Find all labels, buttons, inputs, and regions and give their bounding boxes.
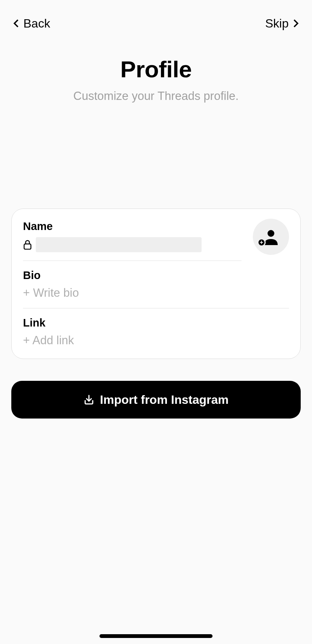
link-field[interactable]: Link + Add link [23, 308, 289, 347]
profile-card: Name Bio + Write bio Link + Add link [11, 209, 301, 359]
link-label: Link [23, 317, 289, 329]
import-label: Import from Instagram [100, 393, 228, 407]
page-subtitle: Customize your Threads profile. [0, 89, 312, 103]
chevron-right-icon [290, 18, 301, 29]
name-label: Name [23, 220, 289, 233]
name-field[interactable]: Name [23, 220, 289, 261]
bio-field[interactable]: Bio + Write bio [23, 261, 289, 308]
import-instagram-button[interactable]: Import from Instagram [11, 381, 301, 419]
bio-placeholder: + Write bio [23, 286, 289, 300]
bio-label: Bio [23, 269, 289, 282]
import-icon [83, 394, 95, 405]
skip-button[interactable]: Skip [265, 17, 301, 31]
svg-rect-0 [24, 244, 31, 249]
name-value-redacted [36, 237, 202, 252]
back-button[interactable]: Back [11, 17, 50, 31]
skip-label: Skip [265, 17, 289, 31]
avatar-button[interactable] [253, 219, 289, 255]
page-title: Profile [0, 56, 312, 83]
back-label: Back [23, 17, 50, 31]
link-placeholder: + Add link [23, 334, 289, 347]
lock-icon [23, 240, 32, 250]
plus-badge-icon [257, 238, 266, 247]
chevron-left-icon [11, 18, 22, 29]
svg-point-1 [268, 230, 274, 237]
home-indicator[interactable] [99, 634, 213, 638]
